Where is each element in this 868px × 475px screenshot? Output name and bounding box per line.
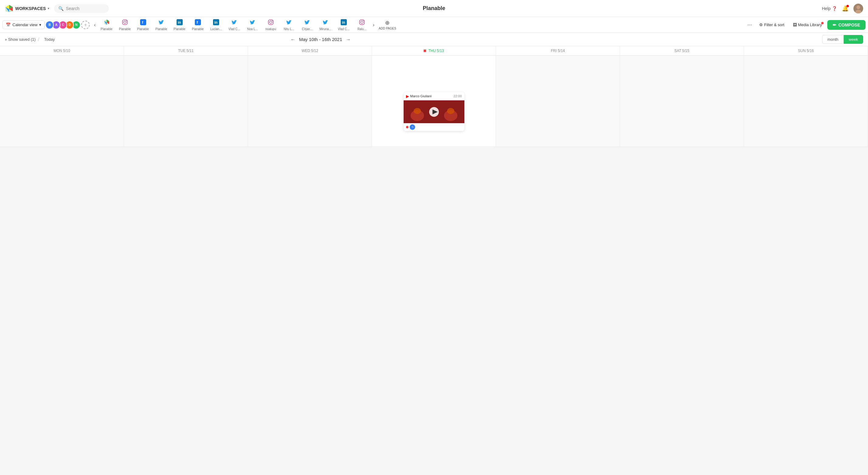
media-notification-dot — [821, 22, 824, 24]
page-item-14[interactable]: in Vlad C... — [335, 18, 353, 32]
page-item-11[interactable]: Nitu L... — [280, 18, 298, 32]
twitter-icon-4 — [286, 19, 292, 27]
post-time: 22:00 — [454, 94, 462, 98]
page-label-9: Noa L... — [247, 27, 258, 31]
page-item-12[interactable]: Cîrjan... — [298, 18, 316, 32]
svg-point-13 — [124, 21, 126, 23]
search-placeholder: Search — [66, 6, 79, 11]
day-header-mon-label: MON 5/10 — [54, 49, 70, 53]
day-header-tue-label: TUE 5/11 — [178, 49, 194, 53]
day-header-tue: TUE 5/11 — [124, 46, 248, 55]
instagram-icon-1 — [122, 19, 128, 27]
day-cell-sat[interactable] — [620, 56, 744, 147]
more-options-button[interactable]: ··· — [746, 20, 754, 29]
day-header-thu-label: THU 5/13 — [428, 49, 444, 53]
show-saved-button[interactable]: » Show saved (1) — [5, 37, 36, 42]
pages-next-button[interactable]: › — [371, 21, 376, 29]
svg-text:in: in — [214, 20, 218, 25]
day-cell-fri[interactable] — [496, 56, 620, 147]
workspaces-menu[interactable]: WORKSPACES ▾ — [5, 4, 49, 13]
post-card[interactable]: ▶ Marco Giuliani 22:00 — [404, 92, 464, 131]
pages-prev-button[interactable]: ‹ — [92, 21, 97, 29]
day-cell-sun[interactable] — [744, 56, 868, 147]
clock-icon — [411, 125, 414, 129]
svg-point-29 — [361, 21, 363, 23]
help-icon: ❓ — [832, 6, 837, 11]
avatar-image — [854, 4, 863, 13]
workspaces-label: WORKSPACES — [15, 6, 46, 11]
day-cell-mon[interactable] — [0, 56, 124, 147]
calendar-view-chevron-icon: ▾ — [39, 23, 41, 27]
week-view-button[interactable]: week — [844, 35, 863, 44]
compose-button[interactable]: ✏ COMPOSE — [827, 20, 866, 30]
page-label-6: Planable — [192, 27, 204, 31]
post-author: Marco Giuliani — [410, 94, 432, 98]
page-label-5: Planable — [174, 27, 185, 31]
page-label-14: Vlad C... — [338, 27, 349, 31]
post-thumbnail — [404, 100, 464, 123]
compose-icon: ✏ — [833, 23, 836, 27]
notification-dot — [846, 5, 849, 7]
svg-point-14 — [126, 20, 127, 21]
add-member-button[interactable]: + — [81, 21, 90, 29]
prev-week-button[interactable]: ← — [290, 37, 296, 42]
calendar-view-button[interactable]: 📅 Calendar view ▾ — [2, 20, 45, 29]
svg-text:f: f — [197, 20, 198, 25]
filter-sort-button[interactable]: ⚙ Filter & sort — [756, 21, 787, 29]
post-footer — [404, 123, 464, 131]
page-item-9[interactable]: Noa L... — [243, 18, 262, 32]
page-item-5[interactable]: in Planable — [170, 18, 189, 32]
day-header-wed: WED 5/12 — [248, 46, 372, 55]
workspaces-chevron-icon: ▾ — [48, 7, 49, 10]
page-label-8: Vlad C... — [228, 27, 240, 31]
post-card-header: ▶ Marco Giuliani 22:00 — [404, 92, 464, 100]
day-header-thu: THU 5/13 — [372, 46, 496, 55]
page-item-13[interactable]: Miruna... — [316, 18, 335, 32]
svg-point-24 — [270, 21, 272, 23]
day-header-wed-label: WED 5/12 — [302, 49, 318, 53]
day-cell-wed[interactable] — [248, 56, 372, 147]
page-item-3[interactable]: f Planable — [134, 18, 152, 32]
user-avatar[interactable] — [854, 4, 863, 13]
next-week-button[interactable]: → — [346, 37, 351, 42]
calendar-body: MON 5/10 TUE 5/11 WED 5/12 THU 5/13 FRI … — [0, 46, 868, 147]
nav-right: Help ❓ 🔔 — [822, 4, 863, 13]
day-cell-tue[interactable] — [124, 56, 248, 147]
pages-bar-right: ··· ⚙ Filter & sort 🖼 Media Library ✏ CO… — [746, 20, 866, 30]
add-pages-button[interactable]: ⊕ ADD PAGES — [376, 18, 399, 31]
today-button[interactable]: Today — [44, 37, 55, 42]
page-item-15[interactable]: Ralu... — [353, 18, 371, 32]
page-item-1[interactable]: Planable — [98, 18, 116, 32]
linkedin-icon-2: in — [213, 19, 219, 27]
svg-point-35 — [447, 108, 454, 114]
help-button[interactable]: Help ❓ — [822, 6, 837, 11]
day-cell-thu[interactable]: ▶ Marco Giuliani 22:00 — [372, 56, 496, 147]
member-avatar-1[interactable]: B — [45, 21, 54, 29]
today-dot — [424, 50, 426, 52]
thumbnail-image — [404, 100, 464, 123]
notifications-button[interactable]: 🔔 — [842, 5, 848, 12]
twitter-icon-3 — [250, 19, 256, 27]
page-item-4[interactable]: Planable — [152, 18, 170, 32]
page-item-7[interactable]: in Lucian... — [207, 18, 225, 32]
month-view-button[interactable]: month — [822, 35, 843, 44]
calendar-view-label: Calendar view — [12, 23, 37, 27]
day-headers: MON 5/10 TUE 5/11 WED 5/12 THU 5/13 FRI … — [0, 46, 868, 56]
pages-bar: 📅 Calendar view ▾ B A C D N + ‹ Planable… — [0, 17, 868, 33]
search-icon: 🔍 — [58, 6, 64, 11]
page-item-10[interactable]: noalupu — [262, 18, 280, 32]
page-label-2: Planable — [119, 27, 131, 31]
page-item-8[interactable]: Vlad C... — [225, 18, 243, 32]
page-item-2[interactable]: Planable — [116, 18, 134, 32]
media-library-button[interactable]: 🖼 Media Library — [790, 21, 825, 29]
page-item-6[interactable]: f Planable — [189, 18, 207, 32]
search-bar[interactable]: 🔍 Search — [54, 4, 109, 13]
facebook-icon-2: f — [195, 19, 201, 27]
linkedin-icon-1: in — [177, 19, 183, 27]
page-label-11: Nitu L... — [284, 27, 294, 31]
compose-label: COMPOSE — [838, 23, 860, 27]
add-pages-label: ADD PAGES — [379, 27, 396, 30]
svg-text:in: in — [342, 20, 345, 25]
day-header-fri-label: FRI 5/14 — [551, 49, 565, 53]
page-label-15: Ralu... — [358, 27, 366, 31]
